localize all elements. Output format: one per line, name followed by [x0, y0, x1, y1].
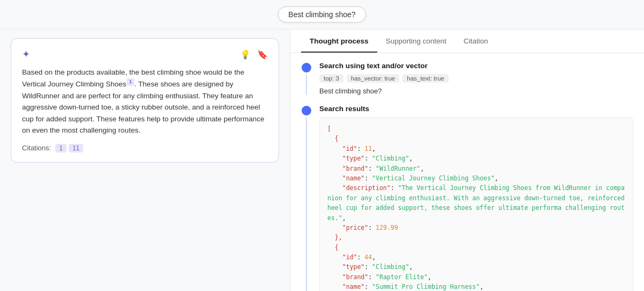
tag-has-vector: has_vector: true	[347, 74, 399, 83]
timeline-step-results: Search results [ { "id": 11, "type": "Cl…	[301, 105, 633, 291]
step-title-results: Search results	[319, 105, 633, 113]
timeline-line-2	[306, 118, 307, 291]
thought-content: Search using text and/or vector top: 3 h…	[290, 53, 644, 291]
left-panel: ✦ 💡 🔖 Based on the products available, t…	[0, 30, 290, 291]
citation-badge-11[interactable]: 11	[69, 144, 83, 152]
lightbulb-icon[interactable]: 💡	[240, 49, 251, 60]
card-actions: 💡 🔖	[240, 49, 268, 60]
citation-superscript[interactable]: 1	[127, 78, 134, 86]
main-layout: ✦ 💡 🔖 Based on the products available, t…	[0, 30, 644, 291]
response-text: Based on the products available, the bes…	[22, 67, 268, 136]
top-bar: Best climbing shoe?	[0, 0, 644, 30]
citation-badges: 1 11	[55, 144, 83, 152]
timeline: Search using text and/or vector top: 3 h…	[301, 62, 633, 291]
bookmark-icon[interactable]: 🔖	[257, 49, 268, 60]
timeline-dot-1	[302, 63, 311, 72]
tab-supporting-content[interactable]: Supporting content	[377, 30, 455, 53]
timeline-body-results: Search results [ { "id": 11, "type": "Cl…	[319, 105, 633, 291]
tabs-bar: Thought process Supporting content Citat…	[290, 30, 644, 53]
timeline-dot-col-2	[301, 105, 312, 291]
citations-row: Citations: 1 11	[22, 144, 268, 152]
tag-has-text: has_text: true	[402, 74, 449, 83]
timeline-body-search: Search using text and/or vector top: 3 h…	[319, 62, 633, 95]
search-results-code: [ { "id": 11, "type": "Climbing", "brand…	[319, 117, 633, 291]
query-pill: Best climbing shoe?	[278, 6, 365, 23]
card-header: ✦ 💡 🔖	[22, 48, 268, 60]
response-text-part2: . These shoes are designed by WildRunner…	[22, 80, 265, 134]
step-title-search: Search using text and/or vector	[319, 62, 633, 70]
tags-row-search: top: 3 has_vector: true has_text: true	[319, 74, 633, 83]
timeline-dot-2	[302, 106, 311, 115]
tab-citation[interactable]: Citation	[455, 30, 497, 53]
tab-thought-process[interactable]: Thought process	[301, 30, 377, 53]
timeline-dot-col-1	[301, 62, 312, 95]
timeline-step-search: Search using text and/or vector top: 3 h…	[301, 62, 633, 95]
search-query-text: Best climbing shoe?	[319, 87, 633, 95]
citation-badge-1[interactable]: 1	[55, 144, 67, 152]
citations-label: Citations:	[22, 144, 51, 152]
right-panel: Thought process Supporting content Citat…	[290, 30, 644, 291]
response-card: ✦ 💡 🔖 Based on the products available, t…	[11, 38, 279, 163]
spark-icon: ✦	[22, 48, 30, 60]
tag-top3: top: 3	[319, 74, 343, 83]
timeline-line-1	[306, 75, 307, 95]
